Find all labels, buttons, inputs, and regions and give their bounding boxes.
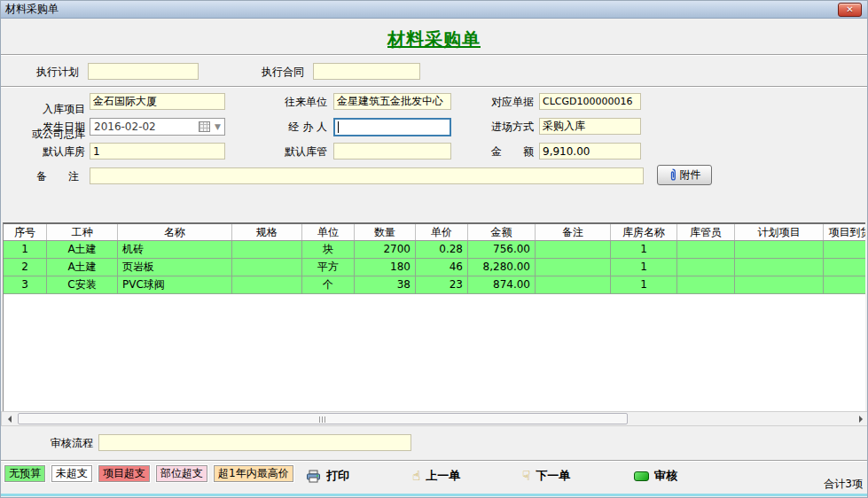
table-cell-amount[interactable]: 8,280.00 [468,259,536,276]
window-bottom-border [1,494,867,496]
scroll-right-button[interactable] [853,412,868,425]
legend-item: 超1年内最高价 [214,465,293,482]
table-cell-price[interactable]: 23 [416,276,468,294]
column-header-spec[interactable]: 规格 [232,224,302,240]
table-cell-name[interactable]: 页岩板 [118,259,232,276]
table-cell-qty[interactable]: 2700 [355,241,416,259]
table-row[interactable]: 3C安装PVC球阀个3823874.001 [4,276,865,294]
table-cell-keeper[interactable] [677,276,735,294]
column-header-qty[interactable]: 数量 [355,224,416,240]
table-cell-remark[interactable] [536,241,611,259]
table-cell-worktype[interactable]: A土建 [47,241,118,259]
default-warehouse-input[interactable] [90,143,225,160]
handler-label: 经 办 人 [249,121,327,133]
table-row[interactable]: 1A土建机砖块27000.28756.001 [4,241,865,259]
table-cell-seq[interactable]: 2 [4,259,47,276]
table-cell-amount[interactable]: 756.00 [468,241,536,259]
next-order-button[interactable]: ☟ 下一单 [522,468,570,484]
default-keeper-input[interactable] [333,143,451,160]
amount-input[interactable] [539,143,641,160]
column-header-plan[interactable]: 计划项目 [735,224,824,240]
table-cell-qty[interactable]: 38 [355,276,416,294]
printer-icon [306,470,321,483]
table-cell-worktype[interactable]: C安装 [47,276,118,294]
scroll-left-button[interactable] [2,412,17,425]
column-header-arrive[interactable]: 项目到货 [824,224,865,240]
scrollbar-thumb[interactable] [18,413,628,424]
table-cell-qty[interactable]: 180 [355,259,416,276]
date-picker[interactable]: 2016-02-02 ▼ [90,118,225,136]
legend-item: 项目超支 [98,465,150,482]
column-header-price[interactable]: 单价 [416,224,468,240]
prev-order-label: 上一单 [426,468,460,484]
table-cell-price[interactable]: 46 [416,259,468,276]
exec-plan-input[interactable] [88,63,199,80]
horizontal-scrollbar[interactable] [1,411,868,426]
column-header-warehouse[interactable]: 库房名称 [611,224,677,240]
column-header-seq[interactable]: 序号 [4,224,47,240]
column-header-unit[interactable]: 单位 [302,224,355,240]
review-process-input[interactable] [98,434,411,451]
scroll-right-icon [859,416,863,423]
entry-mode-input[interactable] [539,118,641,135]
table-row[interactable]: 2A土建页岩板平方180468,280.001 [4,259,865,276]
table-cell-remark[interactable] [536,276,611,294]
table-cell-plan[interactable] [735,259,824,276]
close-button[interactable]: ✕ [838,3,862,17]
table-cell-remark[interactable] [536,259,611,276]
table-cell-arrive[interactable] [824,276,865,294]
remark-input[interactable] [90,167,644,184]
table-cell-amount[interactable]: 874.00 [468,276,536,294]
project-input[interactable] [90,93,225,110]
handler-input[interactable] [333,118,451,136]
table-cell-worktype[interactable]: A土建 [47,259,118,276]
table-cell-price[interactable]: 0.28 [416,241,468,259]
grid-header: 序号工种名称规格单位数量单价金额备注库房名称库管员计划项目项目到货 [4,224,865,241]
separator [1,54,867,56]
table-cell-keeper[interactable] [677,259,735,276]
column-header-amount[interactable]: 金额 [468,224,536,240]
table-cell-seq[interactable]: 1 [4,241,47,259]
prev-order-button[interactable]: ☝ 上一单 [412,468,460,484]
default-keeper-label: 默认库管 [249,145,327,158]
counterparty-input[interactable] [333,93,451,110]
table-cell-arrive[interactable] [824,241,865,259]
total-count: 合计3项 [824,477,863,492]
table-cell-arrive[interactable] [824,259,865,276]
paperclip-icon [669,168,676,182]
table-cell-plan[interactable] [735,241,824,259]
table-cell-spec[interactable] [232,259,302,276]
window-title: 材料采购单 [5,2,59,17]
table-cell-unit[interactable]: 平方 [302,259,355,276]
column-header-worktype[interactable]: 工种 [47,224,118,240]
print-button[interactable]: 打印 [306,468,349,484]
table-cell-warehouse[interactable]: 1 [611,259,677,276]
doc-no-input[interactable] [539,93,641,110]
table-cell-seq[interactable]: 3 [4,276,47,294]
audit-button[interactable]: 审核 [634,468,677,484]
column-header-keeper[interactable]: 库管员 [677,224,735,240]
table-cell-spec[interactable] [232,276,302,294]
counterparty-label: 往来单位 [249,96,327,108]
column-header-remark[interactable]: 备注 [536,224,611,240]
window-titlebar: 材料采购单 [1,1,867,19]
table-cell-spec[interactable] [232,241,302,259]
table-cell-name[interactable]: PVC球阀 [118,276,232,294]
legend-item: 无预算 [4,465,45,482]
table-cell-warehouse[interactable]: 1 [611,241,677,259]
column-header-name[interactable]: 名称 [118,224,232,240]
doc-no-label: 对应单据 [456,96,534,108]
attachment-label: 附件 [680,167,701,183]
legend-item: 部位超支 [156,465,207,482]
table-cell-keeper[interactable] [677,241,735,259]
table-cell-plan[interactable] [735,276,824,294]
default-warehouse-label: 默认库房 [1,145,85,158]
table-cell-warehouse[interactable]: 1 [611,276,677,294]
date-label: 发生日期 [1,121,85,133]
table-cell-unit[interactable]: 块 [302,241,355,259]
table-cell-unit[interactable]: 个 [302,276,355,294]
attachment-button[interactable]: 附件 [657,165,712,185]
exec-plan-label: 执行计划 [1,66,79,78]
exec-contract-input[interactable] [313,63,420,80]
table-cell-name[interactable]: 机砖 [118,241,232,259]
